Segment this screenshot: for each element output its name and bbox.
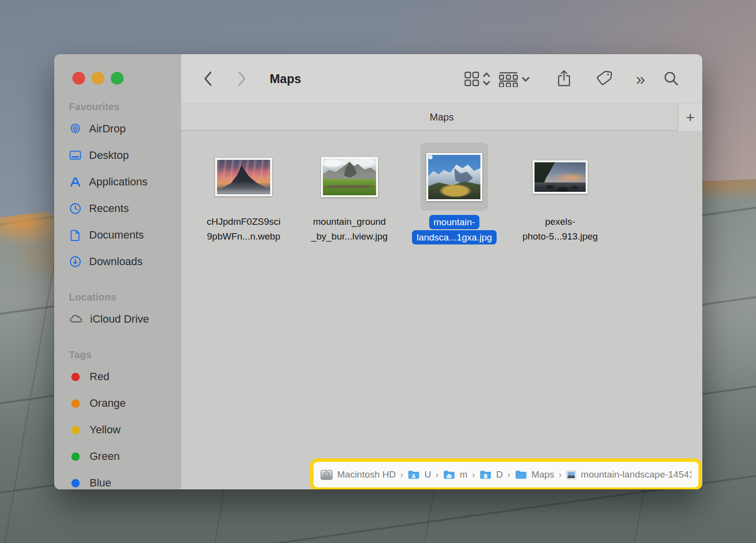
image-file-icon xyxy=(566,470,576,480)
path-separator: › xyxy=(400,470,403,480)
sidebar-item-label: Documents xyxy=(89,229,144,241)
hard-drive-icon xyxy=(320,470,333,480)
folder-users-icon xyxy=(408,470,420,480)
finder-window: Favourites AirDrop Desktop Applications xyxy=(54,54,702,489)
new-tab-button[interactable]: + xyxy=(678,104,702,131)
tab-maps[interactable]: Maps xyxy=(430,112,454,123)
moon-detail xyxy=(428,155,433,159)
folder-icon xyxy=(515,470,527,480)
sidebar-item-label: Desktop xyxy=(89,149,129,162)
file-item[interactable]: mountain_ground _by_bur...lview.jpg xyxy=(300,141,399,244)
path-item-documents[interactable]: D xyxy=(479,469,503,480)
folder-documents-icon xyxy=(479,470,492,480)
file-name: mountain_ground _by_bur...lview.jpg xyxy=(300,214,399,244)
view-options-button[interactable] xyxy=(464,70,491,87)
tag-label: Red xyxy=(90,370,109,383)
sidebar-item-tag-orange[interactable]: Orange xyxy=(69,390,181,417)
window-title: Maps xyxy=(270,72,301,86)
share-icon[interactable] xyxy=(556,69,572,88)
orange-tag-icon xyxy=(71,399,80,408)
file-name: cHJpdmF0ZS9sci 9pbWFn...n.webp xyxy=(194,214,293,244)
tag-label: Green xyxy=(90,450,120,463)
folder-content[interactable]: cHJpdmF0ZS9sci 9pbWFn...n.webp xyxy=(181,131,702,489)
recents-clock-icon xyxy=(69,202,82,215)
file-thumbnail xyxy=(321,157,378,197)
sidebar-item-tag-green[interactable]: Green xyxy=(69,443,181,470)
document-icon xyxy=(69,229,82,241)
path-bar: Macintosh HD › U › m › D xyxy=(310,458,702,489)
more-toolbar-items-icon[interactable]: » xyxy=(636,69,645,89)
file-thumbnail xyxy=(215,158,272,196)
tags-icon[interactable] xyxy=(596,69,614,88)
desktop-icon xyxy=(69,149,82,162)
sidebar-item-label: Applications xyxy=(89,176,148,188)
cloud-icon xyxy=(69,313,83,326)
airdrop-icon xyxy=(69,122,82,135)
path-separator: › xyxy=(559,470,562,480)
file-name: mountain- landsca...1gxa.jpg xyxy=(405,214,504,245)
file-item[interactable]: cHJpdmF0ZS9sci 9pbWFn...n.webp xyxy=(194,141,293,244)
file-thumbnail xyxy=(426,153,482,201)
forward-button[interactable] xyxy=(236,70,247,87)
sidebar-item-tag-blue[interactable]: Blue xyxy=(69,470,181,489)
window-controls xyxy=(54,72,181,85)
sidebar-section-favourites: Favourites xyxy=(69,101,181,113)
path-separator: › xyxy=(472,470,475,480)
minimize-button[interactable] xyxy=(92,72,104,85)
search-icon[interactable] xyxy=(663,70,680,87)
folder-home-icon xyxy=(443,470,455,480)
sidebar: Favourites AirDrop Desktop Applications xyxy=(54,54,181,489)
sidebar-item-label: iCloud Drive xyxy=(90,313,149,326)
file-item-selected[interactable]: mountain- landsca...1gxa.jpg xyxy=(405,141,504,245)
tag-label: Blue xyxy=(90,477,111,489)
close-button[interactable] xyxy=(72,72,85,85)
sidebar-item-airdrop[interactable]: AirDrop xyxy=(69,116,181,142)
tag-label: Yellow xyxy=(90,423,121,436)
applications-icon xyxy=(69,176,82,188)
main-area: Maps » Maps xyxy=(181,54,702,489)
yellow-tag-icon xyxy=(71,426,80,434)
tag-label: Orange xyxy=(90,397,126,410)
back-button[interactable] xyxy=(203,70,214,87)
sidebar-item-downloads[interactable]: Downloads xyxy=(69,248,181,275)
sidebar-item-icloud-drive[interactable]: iCloud Drive xyxy=(69,306,181,332)
sidebar-item-tag-red[interactable]: Red xyxy=(69,363,181,390)
path-separator: › xyxy=(436,470,439,480)
sidebar-item-label: Downloads xyxy=(89,255,143,268)
sidebar-item-documents[interactable]: Documents xyxy=(69,222,181,248)
blue-tag-icon xyxy=(71,479,80,487)
path-item-macintosh-hd[interactable]: Macintosh HD xyxy=(320,469,396,480)
sidebar-item-applications[interactable]: Applications xyxy=(69,169,181,195)
sidebar-section-tags: Tags xyxy=(69,349,181,361)
green-tag-icon xyxy=(71,452,80,461)
sidebar-item-desktop[interactable]: Desktop xyxy=(69,142,181,169)
sidebar-item-recents[interactable]: Recents xyxy=(69,195,181,222)
sidebar-section-locations: Locations xyxy=(69,292,181,303)
toolbar: Maps » xyxy=(181,54,702,103)
path-item-users[interactable]: U xyxy=(408,469,431,480)
sidebar-item-tag-yellow[interactable]: Yellow xyxy=(69,417,181,443)
red-tag-icon xyxy=(71,373,80,381)
tab-bar: Maps + xyxy=(181,103,702,131)
group-by-button[interactable] xyxy=(498,70,531,87)
path-item-file[interactable]: mountain-landscape-1454191451gxa.jpg xyxy=(566,469,692,480)
file-name: pexels- photo-5...913.jpeg xyxy=(511,214,609,244)
zoom-button[interactable] xyxy=(111,72,124,85)
path-item-maps[interactable]: Maps xyxy=(515,469,554,480)
sidebar-item-label: AirDrop xyxy=(89,122,126,135)
file-item[interactable]: pexels- photo-5...913.jpeg xyxy=(511,141,609,244)
file-thumbnail xyxy=(533,160,588,194)
downloads-icon xyxy=(69,255,82,268)
path-separator: › xyxy=(507,470,510,480)
sidebar-item-label: Recents xyxy=(89,202,129,215)
path-item-home[interactable]: m xyxy=(443,469,468,480)
